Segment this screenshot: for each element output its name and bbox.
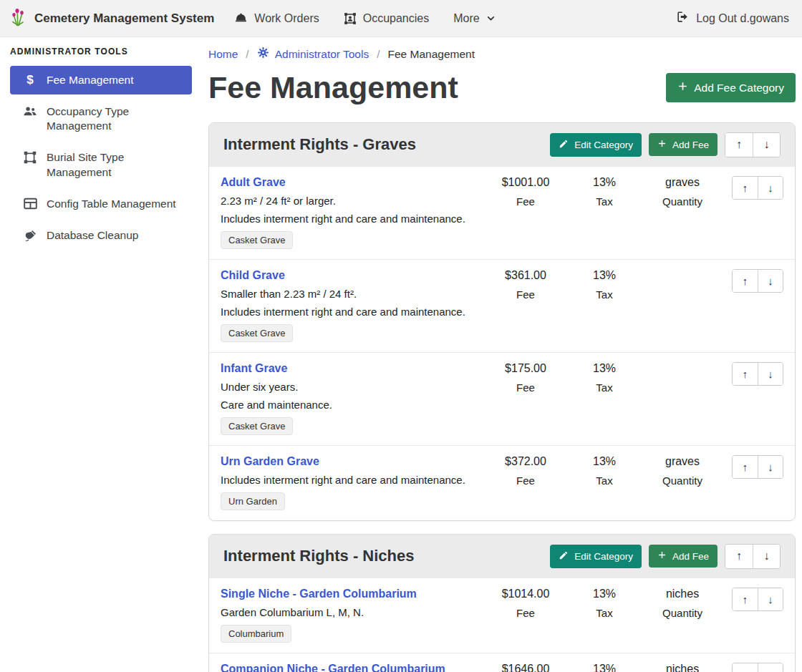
fee-amount: $372.00 Fee [483, 455, 569, 487]
move-fee-down-button[interactable]: ↓ [758, 456, 783, 478]
move-fee-down-button[interactable]: ↓ [758, 270, 783, 292]
category-header: Interment Rights - Graves Edit Category … [209, 123, 795, 167]
sidebar-item-database-cleanup[interactable]: Database Cleanup [10, 221, 192, 250]
hard-hat-icon [234, 11, 248, 25]
sidebar-item-label: Config Table Management [47, 197, 176, 211]
move-category-up-button[interactable]: ↑ [725, 545, 753, 568]
fee-quantity: graves Quantity [640, 455, 725, 487]
fee-row: Infant Grave Under six years. Care and m… [209, 352, 795, 445]
fee-quantity: niches Quantity [640, 588, 725, 619]
edit-category-button[interactable]: Edit Category [550, 133, 642, 157]
sidebar-item-burial-site-type-management[interactable]: Burial Site Type Management [10, 143, 192, 186]
category-reorder-group: ↑ ↓ [725, 132, 781, 157]
fee-description: Garden Columbarium L, M, N. [221, 606, 483, 618]
move-fee-up-button[interactable]: ↑ [733, 456, 758, 478]
sidebar-item-occupancy-type-management[interactable]: Occupancy Type Management [10, 97, 192, 140]
fee-amount: $1001.00 Fee [483, 176, 569, 208]
category-header: Interment Rights - Niches Edit Category … [209, 535, 795, 578]
fee-name-link[interactable]: Adult Grave [221, 176, 483, 189]
fee-name-link[interactable]: Companion Niche - Garden Columbarium [221, 663, 483, 672]
fee-info: Infant Grave Under six years. Care and m… [221, 362, 483, 435]
plus-icon [677, 81, 688, 94]
add-fee-button[interactable]: Add Fee [649, 133, 718, 156]
nav-work-orders-label: Work Orders [254, 12, 319, 25]
fee-quantity: niches Quantity [640, 663, 725, 672]
sidebar-item-label: Occupancy Type Management [47, 104, 183, 133]
fee-name-link[interactable]: Single Niche - Garden Columbarium [221, 588, 483, 600]
app-title: Cemetery Management System [34, 11, 214, 26]
sidebar-item-fee-management[interactable]: $ Fee Management [10, 66, 192, 94]
breadcrumb-home[interactable]: Home [208, 48, 238, 61]
fee-row: Adult Grave 2.23 m² / 24 ft² or larger. … [209, 167, 795, 259]
fee-amount: $361.00 Fee [483, 269, 569, 301]
fee-row: Urn Garden Grave Includes interment righ… [209, 445, 795, 520]
move-fee-up-button[interactable]: ↑ [733, 363, 758, 385]
fee-row: Single Niche - Garden Columbarium Garden… [209, 578, 795, 653]
fee-tax: 13% Tax [569, 269, 640, 301]
sidebar: ADMINISTRATOR TOOLS $ Fee Management Occ… [0, 37, 200, 672]
move-fee-up-button[interactable]: ↑ [733, 270, 758, 292]
broom-icon [23, 229, 37, 243]
fee-info: Child Grave Smaller than 2.23 m² / 24 ft… [221, 269, 483, 342]
tulip-logo-icon [10, 6, 27, 31]
logout-button[interactable]: Log Out d.gowans [676, 10, 789, 26]
sidebar-item-label: Database Cleanup [47, 228, 138, 243]
fee-description: Smaller than 2.23 m² / 24 ft². [221, 288, 483, 300]
sidebar-item-config-table-management[interactable]: Config Table Management [10, 190, 192, 218]
move-category-down-button[interactable]: ↓ [753, 545, 780, 568]
add-fee-category-button[interactable]: Add Fee Category [666, 73, 796, 102]
main-content: Home / [200, 37, 802, 672]
fee-reorder-group: ↑ ↓ [732, 455, 783, 479]
add-fee-button[interactable]: Add Fee [649, 545, 718, 568]
pencil-icon [559, 550, 569, 563]
fee-description: Care and maintenance. [221, 399, 483, 411]
move-category-up-button[interactable]: ↑ [725, 133, 753, 157]
fee-row: Child Grave Smaller than 2.23 m² / 24 ft… [209, 259, 795, 352]
edit-category-button[interactable]: Edit Category [550, 545, 642, 568]
move-fee-up-button[interactable]: ↑ [733, 588, 758, 610]
plus-icon [657, 550, 667, 562]
nav-work-orders[interactable]: Work Orders [234, 11, 319, 25]
chevron-down-icon [486, 14, 496, 23]
fee-reorder-group: ↑ ↓ [732, 176, 783, 200]
move-fee-up-button[interactable]: ↑ [733, 177, 758, 199]
breadcrumb-admin-tools-label: Administrator Tools [275, 48, 369, 61]
move-fee-up-button[interactable]: ↑ [733, 663, 758, 672]
move-fee-down-button[interactable]: ↓ [758, 588, 783, 610]
fee-row: Companion Niche - Garden Columbarium Gar… [209, 653, 795, 672]
people-icon [23, 105, 37, 117]
nav-more[interactable]: More [453, 12, 495, 25]
edit-category-label: Edit Category [574, 551, 633, 562]
fee-tax: 13% Tax [569, 455, 640, 487]
move-fee-down-button[interactable]: ↓ [758, 363, 783, 385]
fee-info: Single Niche - Garden Columbarium Garden… [221, 588, 483, 643]
plus-icon [657, 139, 667, 150]
edit-category-label: Edit Category [574, 140, 633, 150]
fee-name-link[interactable]: Child Grave [221, 269, 483, 282]
move-fee-down-button[interactable]: ↓ [758, 663, 783, 672]
fee-info: Adult Grave 2.23 m² / 24 ft² or larger. … [221, 176, 483, 249]
move-fee-down-button[interactable]: ↓ [758, 177, 783, 199]
nav-occupancies-label: Occupancies [363, 12, 430, 25]
fee-reorder-group: ↑ ↓ [732, 362, 783, 386]
breadcrumb-admin-tools[interactable]: Administrator Tools [257, 47, 369, 62]
top-navbar: Cemetery Management System Work Orders [0, 0, 802, 37]
sidebar-heading: ADMINISTRATOR TOOLS [10, 47, 192, 57]
table-icon [23, 198, 37, 210]
move-category-down-button[interactable]: ↓ [753, 133, 780, 157]
logout-icon [676, 10, 690, 26]
category-title: Interment Rights - Niches [223, 547, 550, 565]
add-fee-label: Add Fee [672, 140, 709, 150]
fee-name-link[interactable]: Urn Garden Grave [221, 455, 483, 468]
fee-amount: $1014.00 Fee [483, 588, 569, 619]
fee-type-badge: Columbarium [221, 625, 291, 643]
person-frame-icon [344, 12, 357, 25]
nav-occupancies[interactable]: Occupancies [344, 12, 430, 25]
fee-tax: 13% Tax [569, 362, 640, 394]
fee-info: Urn Garden Grave Includes interment righ… [221, 455, 483, 510]
fee-tax: 13% Tax [569, 588, 640, 619]
breadcrumb: Home / [208, 47, 796, 62]
fee-description: 2.23 m² / 24 ft² or larger. [221, 195, 483, 207]
sidebar-item-label: Fee Management [47, 73, 134, 87]
fee-name-link[interactable]: Infant Grave [221, 362, 483, 375]
